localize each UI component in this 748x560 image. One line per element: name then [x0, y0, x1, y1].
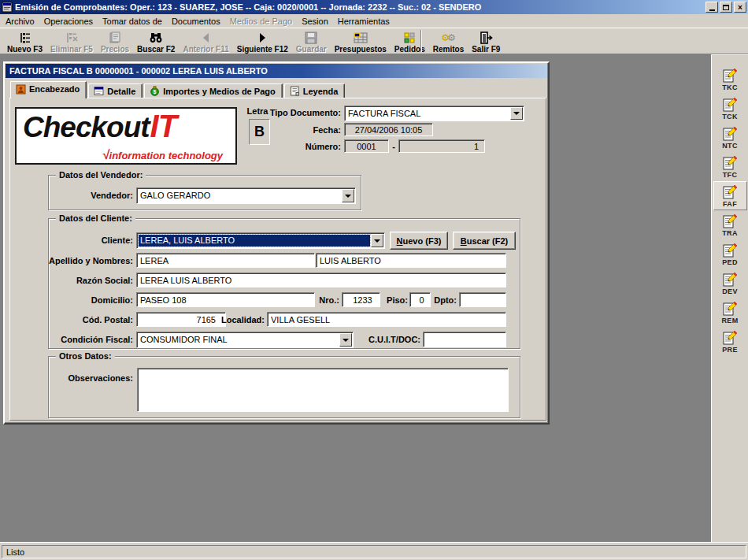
condicion-dropdown-button[interactable] [339, 333, 352, 347]
orders-icon [402, 31, 417, 44]
chevron-down-icon [374, 239, 380, 243]
tabstrip: Encabezado Detalle $ Importes y Medios d… [10, 81, 345, 98]
cuit-label: C.U.I.T/DOC: [357, 335, 420, 344]
otros-datos-group-title: Otros Datos: [56, 351, 115, 361]
toolbar: Nuevo F3 Eliminar F5 Precios Buscar F2 [0, 28, 748, 54]
previous-icon [200, 31, 213, 44]
budgets-button[interactable]: Presupuestos [331, 29, 391, 54]
mdi-workspace: FACTURA FISCAL B 00000001 - 000002 LEREA… [0, 54, 748, 542]
fecha-label: Fecha: [239, 125, 341, 135]
doc-pencil-icon [722, 272, 738, 287]
document-title: FACTURA FISCAL B 00000001 - 000002 LEREA… [6, 66, 268, 76]
save-button: Guardar [292, 29, 331, 54]
app-icon [2, 2, 13, 13]
buscar-cliente-button[interactable]: Buscar (F2) [453, 232, 516, 250]
tab-leyenda[interactable]: Leyenda [284, 83, 346, 98]
apellido-nombres-label: Apellido y Nombres: [15, 256, 133, 265]
condicion-fiscal-label: Condición Fiscal: [15, 335, 133, 344]
doc-pencil-icon [722, 213, 738, 229]
status-text: Listo [6, 547, 24, 557]
sidebar-item-tkc[interactable]: TKC [713, 65, 747, 94]
delete-button: Eliminar F5 [46, 29, 97, 54]
nuevo-cliente-button[interactable]: Nuevo (F3) [390, 232, 448, 250]
nro-label: Nro.: [308, 295, 339, 305]
window-title: Emisión de Comprobantes: Oper.: 123 - SU… [15, 2, 481, 12]
sidebar-item-pre[interactable]: PRE [713, 327, 747, 356]
menu-sesion[interactable]: Sesion [297, 16, 333, 27]
status-panel: Listo [2, 545, 746, 558]
numero-prefix-field: 0001 [344, 139, 389, 153]
observaciones-label: Observaciones: [15, 373, 133, 383]
menu-documentos[interactable]: Documentos [167, 16, 225, 27]
search-button[interactable]: Buscar F2 [133, 29, 179, 54]
doc-pencil-icon [722, 68, 738, 83]
exit-button[interactable]: Salir F9 [468, 29, 504, 54]
sidebar-item-ntc[interactable]: NTC [713, 123, 747, 152]
sidebar-item-dev[interactable]: DEV [713, 269, 747, 298]
dpto-field[interactable] [459, 292, 506, 307]
save-icon [304, 31, 318, 44]
menu-tomar-datos-de[interactable]: Tomar datos de [98, 16, 167, 27]
orders-button[interactable]: Pedidos [391, 29, 429, 54]
tab-encabezado[interactable]: Encabezado [10, 81, 87, 98]
tab-detalle[interactable]: Detalle [88, 83, 143, 98]
money-tab-icon: $ [150, 86, 160, 96]
legend-tab-icon [290, 86, 300, 96]
delivery-notes-button[interactable]: ⚙⚙ Remitos [429, 29, 468, 54]
prices-icon [107, 31, 123, 44]
sidebar-item-tra[interactable]: TRA [713, 210, 747, 239]
cuit-field[interactable] [423, 332, 506, 347]
cliente-combobox[interactable]: LEREA, LUIS ALBERTO [136, 232, 385, 249]
sidebar-item-tfc[interactable]: TFC [713, 152, 747, 181]
domicilio-field[interactable] [136, 292, 315, 307]
fecha-field: 27/04/2006 10:05 [344, 123, 433, 136]
sidebar-item-ped[interactable]: PED [713, 239, 747, 269]
doc-pencil-icon [722, 126, 738, 142]
apellido-field[interactable] [136, 253, 315, 268]
tab-importes[interactable]: $ Importes y Medios de Pago [144, 83, 282, 98]
numero-field: 1 [398, 139, 485, 153]
document-window: FACTURA FISCAL B 00000001 - 000002 LEREA… [3, 61, 550, 425]
minimize-button[interactable] [705, 2, 718, 13]
numero-separator: - [391, 142, 397, 151]
vendedor-combobox[interactable]: GALO GERARDO [136, 187, 356, 204]
exit-door-icon [478, 31, 494, 44]
maximize-button[interactable] [720, 2, 732, 13]
doc-pencil-icon [722, 184, 738, 200]
sidebar-item-rem[interactable]: REM [713, 298, 747, 327]
condicion-fiscal-combobox[interactable]: CONSUMIDOR FINAL [136, 332, 354, 348]
sidebar-item-faf[interactable]: FAF [713, 181, 747, 210]
menu-operaciones[interactable]: Operaciones [39, 16, 98, 27]
cliente-group-title: Datos del Cliente: [56, 213, 135, 223]
application-window: Emisión de Comprobantes: Oper.: 123 - SU… [0, 0, 748, 560]
nombres-field[interactable] [316, 253, 506, 268]
chevron-down-icon [513, 112, 520, 115]
next-button[interactable]: Siguiente F12 [233, 29, 292, 54]
vendedor-dropdown-button[interactable] [342, 189, 354, 202]
domicilio-label: Domicilio: [15, 295, 133, 305]
new-button[interactable]: Nuevo F3 [3, 29, 46, 54]
tipo-documento-combobox[interactable]: FACTURA FISCAL [344, 106, 524, 121]
nro-field[interactable] [342, 292, 380, 307]
sidebar-item-tck[interactable]: TCK [713, 94, 747, 123]
svg-text:$: $ [154, 89, 157, 95]
next-icon [256, 31, 268, 44]
close-button[interactable]: × [734, 2, 746, 13]
budgets-icon [353, 31, 368, 44]
detail-tab-icon [94, 86, 104, 96]
tipo-documento-dropdown-button[interactable] [510, 107, 523, 120]
company-logo: CheckoutIT √information technology [15, 107, 237, 165]
previous-button: Anterior F11 [179, 29, 232, 54]
observaciones-textarea[interactable] [137, 368, 509, 412]
prices-button: Precios [97, 29, 133, 54]
dpto-label: Dpto: [428, 295, 457, 305]
razon-social-field[interactable] [136, 273, 506, 287]
chevron-down-icon [343, 339, 349, 342]
main-titlebar: Emisión de Comprobantes: Oper.: 123 - SU… [0, 0, 748, 14]
new-doc-icon [17, 31, 33, 44]
localidad-field[interactable] [267, 312, 506, 327]
menu-archivo[interactable]: Archivo [1, 16, 39, 27]
menu-herramientas[interactable]: Herramientas [333, 16, 394, 27]
vendedor-group-title: Datos del Vendedor: [56, 170, 146, 180]
cliente-dropdown-button[interactable] [371, 234, 383, 247]
